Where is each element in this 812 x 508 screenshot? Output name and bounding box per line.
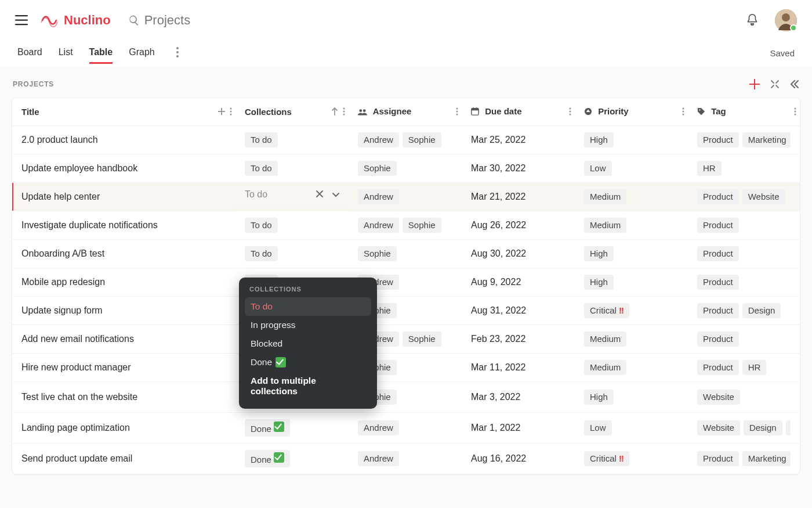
cell-priority[interactable]: High bbox=[575, 382, 688, 413]
dropdown-option[interactable]: In progress bbox=[245, 316, 371, 334]
table-row[interactable]: Hire new product managerBlockedSophieMar… bbox=[12, 354, 800, 382]
table-row[interactable]: 2.0 product launchTo doAndrewSophieMar 2… bbox=[12, 126, 800, 154]
cell-priority[interactable]: High bbox=[575, 126, 688, 154]
cell-title[interactable]: Onboarding A/B test bbox=[12, 240, 235, 268]
cell-priority[interactable]: Low bbox=[575, 154, 688, 183]
column-collections[interactable]: Collections bbox=[235, 98, 349, 126]
cell-priority[interactable]: High bbox=[575, 240, 688, 268]
cell-tags[interactable]: ProductMarketing bbox=[688, 126, 800, 154]
table-row[interactable]: Send product update emailDone AndrewAug … bbox=[12, 444, 800, 474]
cell-title[interactable]: Test live chat on the website bbox=[12, 382, 235, 413]
add-item-button[interactable] bbox=[749, 79, 760, 89]
cell-due-date[interactable]: Mar 11, 2022 bbox=[462, 354, 575, 382]
cell-assignee[interactable]: Andrew bbox=[349, 183, 462, 211]
column-menu-icon[interactable] bbox=[682, 107, 684, 116]
cell-priority[interactable]: Low bbox=[575, 413, 688, 444]
cell-priority[interactable]: High bbox=[575, 268, 688, 297]
cell-tags[interactable]: Product bbox=[688, 211, 800, 240]
notifications-button[interactable] bbox=[746, 13, 759, 28]
cell-title[interactable]: Investigate duplicate notifications bbox=[12, 211, 235, 240]
column-tag[interactable]: Tag bbox=[688, 98, 800, 126]
cell-due-date[interactable]: Mar 21, 2022 bbox=[462, 183, 575, 211]
dropdown-add-multiple[interactable]: Add to multiple collections bbox=[245, 372, 371, 401]
cell-title[interactable]: Mobile app redesign bbox=[12, 268, 235, 297]
table-row[interactable]: Landing page optimizationDone AndrewMar … bbox=[12, 413, 800, 444]
cell-collection[interactable]: To do bbox=[235, 183, 349, 207]
view-tab-list[interactable]: List bbox=[59, 42, 73, 64]
chevron-down-icon[interactable] bbox=[332, 189, 339, 200]
cell-assignee[interactable]: Andrew bbox=[349, 413, 462, 444]
cell-due-date[interactable]: Feb 23, 2022 bbox=[462, 325, 575, 354]
cell-title[interactable]: Update signup form bbox=[12, 297, 235, 325]
cell-tags[interactable]: Product bbox=[688, 240, 800, 268]
table-row[interactable]: Onboarding A/B testTo doSophieAug 30, 20… bbox=[12, 240, 800, 268]
column-menu-icon[interactable] bbox=[794, 107, 796, 116]
cell-collection[interactable]: Done bbox=[235, 413, 349, 444]
dropdown-option[interactable]: To do bbox=[245, 297, 371, 316]
cell-due-date[interactable]: Aug 30, 2022 bbox=[462, 240, 575, 268]
cell-priority[interactable]: Critical !! bbox=[575, 297, 688, 325]
cell-collection[interactable]: Done bbox=[235, 444, 349, 474]
cell-tags[interactable]: Product bbox=[688, 325, 800, 354]
table-row[interactable]: Update help centerTo doAndrewMar 21, 202… bbox=[12, 183, 800, 211]
search[interactable]: Projects bbox=[128, 13, 190, 28]
cell-due-date[interactable]: Aug 9, 2022 bbox=[462, 268, 575, 297]
cell-collection[interactable]: To do bbox=[235, 240, 349, 268]
column-priority[interactable]: Priority bbox=[575, 98, 688, 126]
cell-title[interactable]: Send product update email bbox=[12, 444, 235, 474]
cell-assignee[interactable]: AndrewSophie bbox=[349, 211, 462, 240]
column-menu-icon[interactable] bbox=[569, 107, 571, 116]
cell-title[interactable]: Landing page optimization bbox=[12, 413, 235, 444]
view-tab-board[interactable]: Board bbox=[17, 42, 42, 64]
table-row[interactable]: Mobile app redesignTo doAndrewAug 9, 202… bbox=[12, 268, 800, 297]
cell-tags[interactable]: WebsiteDesignMarketing bbox=[688, 413, 800, 444]
clear-icon[interactable] bbox=[316, 189, 323, 200]
brand-logo[interactable]: Nuclino bbox=[39, 13, 111, 28]
dropdown-option[interactable]: Done bbox=[245, 353, 371, 372]
cell-title[interactable]: 2.0 product launch bbox=[12, 126, 235, 154]
cell-due-date[interactable]: Aug 31, 2022 bbox=[462, 297, 575, 325]
cell-tags[interactable]: Website bbox=[688, 382, 800, 413]
view-tab-table[interactable]: Table bbox=[89, 42, 113, 64]
cell-assignee[interactable]: Sophie bbox=[349, 240, 462, 268]
cell-tags[interactable]: ProductDesign bbox=[688, 297, 800, 325]
cell-title[interactable]: Add new email notifications bbox=[12, 325, 235, 354]
cell-priority[interactable]: Critical !! bbox=[575, 444, 688, 474]
cell-title[interactable]: Update help center bbox=[12, 183, 235, 211]
table-row[interactable]: Update employee handbookTo doSophieMar 3… bbox=[12, 154, 800, 183]
table-row[interactable]: Add new email notificationsIn progressAn… bbox=[12, 325, 800, 354]
table-row[interactable]: Update signup formIn progressSophieAug 3… bbox=[12, 297, 800, 325]
cell-collection[interactable]: To do bbox=[235, 154, 349, 183]
add-column-icon[interactable] bbox=[218, 108, 225, 115]
cell-due-date[interactable]: Mar 3, 2022 bbox=[462, 382, 575, 413]
cell-tags[interactable]: ProductHR bbox=[688, 354, 800, 382]
column-assignee[interactable]: Assignee bbox=[349, 98, 462, 126]
cell-tags[interactable]: HR bbox=[688, 154, 800, 183]
column-due-date[interactable]: Due date bbox=[462, 98, 575, 126]
cell-assignee[interactable]: Andrew bbox=[349, 444, 462, 474]
menu-toggle[interactable] bbox=[15, 15, 28, 26]
cell-due-date[interactable]: Mar 1, 2022 bbox=[462, 413, 575, 444]
dropdown-option[interactable]: Blocked bbox=[245, 334, 371, 353]
cell-priority[interactable]: Medium bbox=[575, 211, 688, 240]
cell-due-date[interactable]: Aug 26, 2022 bbox=[462, 211, 575, 240]
column-menu-icon[interactable] bbox=[343, 107, 345, 116]
cell-priority[interactable]: Medium bbox=[575, 325, 688, 354]
column-menu-icon[interactable] bbox=[230, 107, 232, 116]
compact-view-button[interactable] bbox=[770, 80, 780, 89]
cell-due-date[interactable]: Mar 30, 2022 bbox=[462, 154, 575, 183]
cell-priority[interactable]: Medium bbox=[575, 354, 688, 382]
cell-priority[interactable]: Medium bbox=[575, 183, 688, 211]
user-avatar[interactable] bbox=[775, 9, 797, 31]
collections-dropdown[interactable]: COLLECTIONS To doIn progressBlockedDone … bbox=[239, 278, 377, 409]
cell-tags[interactable]: ProductWebsite bbox=[688, 183, 800, 211]
cell-assignee[interactable]: AndrewSophie bbox=[349, 126, 462, 154]
view-tab-graph[interactable]: Graph bbox=[129, 42, 154, 64]
cell-due-date[interactable]: Mar 25, 2022 bbox=[462, 126, 575, 154]
collapse-panel-button[interactable] bbox=[790, 80, 799, 88]
view-more-menu[interactable] bbox=[173, 47, 182, 59]
table-row[interactable]: Investigate duplicate notificationsTo do… bbox=[12, 211, 800, 240]
cell-assignee[interactable]: Sophie bbox=[349, 154, 462, 183]
cell-title[interactable]: Update employee handbook bbox=[12, 154, 235, 183]
sort-asc-icon[interactable] bbox=[331, 107, 338, 116]
